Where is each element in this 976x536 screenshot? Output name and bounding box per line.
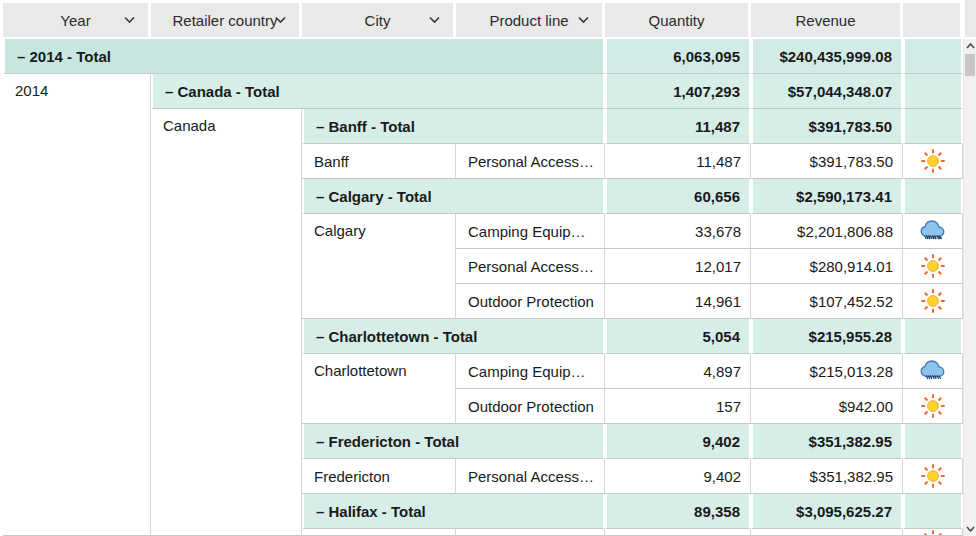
chevron-down-icon[interactable] [429, 17, 440, 24]
city-cell: Charlottetown [302, 354, 456, 424]
total-weather-cell [903, 109, 963, 144]
scroll-up-button[interactable] [964, 39, 976, 53]
quantity-cell: 14,961 [605, 284, 751, 319]
chevron-up-icon [966, 43, 975, 49]
pivot-table-widget: Year Retailer country City Product line … [0, 0, 976, 536]
year-cell: 2014 [3, 74, 151, 536]
chevron-down-icon[interactable] [275, 17, 286, 24]
column-header-product-line[interactable]: Product line [456, 3, 605, 39]
sun-icon [920, 253, 946, 279]
column-header-label: City [365, 12, 391, 29]
revenue-cell: $107,452.52 [751, 284, 903, 319]
total-revenue: $240,435,999.08 [751, 39, 903, 74]
weather-cell [903, 214, 963, 249]
weather-cell [903, 284, 963, 319]
scroll-down-button[interactable] [964, 522, 976, 536]
total-label-2014[interactable]: – 2014 - Total [3, 39, 605, 74]
city-cell [302, 529, 456, 536]
product-line-cell: Personal Access… [456, 459, 605, 494]
quantity-cell [605, 529, 751, 536]
total-weather-cell [903, 424, 963, 459]
total-quantity: 6,063,095 [605, 39, 751, 74]
total-revenue: $215,955.28 [751, 319, 903, 354]
revenue-cell [751, 529, 903, 536]
total-label-charlottetown[interactable]: – Charlottetown - Total [302, 319, 605, 354]
total-weather-cell [903, 179, 963, 214]
total-label-calgary[interactable]: – Calgary - Total [302, 179, 605, 214]
total-quantity: 89,358 [605, 494, 751, 529]
weather-cell [903, 354, 963, 389]
column-header-label: Retailer country [172, 12, 277, 29]
product-line-cell: Personal Access… [456, 144, 605, 179]
revenue-cell: $351,382.95 [751, 459, 903, 494]
revenue-cell: $215,013.28 [751, 354, 903, 389]
quantity-cell: 4,897 [605, 354, 751, 389]
column-header-city[interactable]: City [302, 3, 456, 39]
weather-cell [903, 529, 963, 536]
column-header-label: Product line [489, 12, 568, 29]
vertical-scrollbar[interactable] [963, 0, 976, 536]
quantity-cell: 9,402 [605, 459, 751, 494]
total-quantity: 11,487 [605, 109, 751, 144]
column-header-weather[interactable] [903, 3, 963, 39]
column-header-retailer-country[interactable]: Retailer country [151, 3, 302, 39]
column-header-label: Revenue [795, 12, 855, 29]
product-line-cell: Outdoor Protection [456, 284, 605, 319]
pivot-grid-area: Year Retailer country City Product line … [0, 0, 963, 536]
weather-cell [903, 389, 963, 424]
product-line-cell: Camping Equip… [456, 354, 605, 389]
total-revenue: $391,783.50 [751, 109, 903, 144]
quantity-cell: 11,487 [605, 144, 751, 179]
total-label-canada[interactable]: – Canada - Total [151, 74, 605, 109]
product-line-cell: Camping Equip… [456, 214, 605, 249]
product-line-cell [456, 529, 605, 536]
rain-cloud-icon [918, 218, 948, 244]
sun-icon [920, 393, 946, 419]
city-cell: Banff [302, 144, 456, 179]
column-header-quantity[interactable]: Quantity [605, 3, 751, 39]
sun-icon [920, 529, 946, 536]
weather-cell [903, 144, 963, 179]
quantity-cell: 12,017 [605, 249, 751, 284]
pivot-grid: Year Retailer country City Product line … [3, 3, 963, 536]
sun-icon [920, 148, 946, 174]
rain-cloud-icon [918, 358, 948, 384]
product-line-cell: Outdoor Protection [456, 389, 605, 424]
total-quantity: 1,407,293 [605, 74, 751, 109]
revenue-cell: $391,783.50 [751, 144, 903, 179]
total-label-halifax[interactable]: – Halifax - Total [302, 494, 605, 529]
weather-cell [903, 249, 963, 284]
chevron-down-icon [966, 526, 975, 532]
total-weather-cell [903, 494, 963, 529]
sun-icon [920, 463, 946, 489]
product-line-cell: Personal Access… [456, 249, 605, 284]
revenue-cell: $280,914.01 [751, 249, 903, 284]
sun-icon [920, 288, 946, 314]
total-weather-cell [903, 39, 963, 74]
weather-cell [903, 459, 963, 494]
total-label-fredericton[interactable]: – Fredericton - Total [302, 424, 605, 459]
column-header-label: Year [60, 12, 90, 29]
city-cell: Fredericton [302, 459, 456, 494]
total-weather-cell [903, 74, 963, 109]
total-revenue: $351,382.95 [751, 424, 903, 459]
chevron-down-icon[interactable] [124, 17, 135, 24]
total-quantity: 5,054 [605, 319, 751, 354]
revenue-cell: $2,201,806.88 [751, 214, 903, 249]
chevron-down-icon[interactable] [578, 17, 589, 24]
total-revenue: $57,044,348.07 [751, 74, 903, 109]
total-weather-cell [903, 319, 963, 354]
scrollbar-track[interactable] [963, 39, 976, 536]
column-header-revenue[interactable]: Revenue [751, 3, 903, 39]
total-label-banff[interactable]: – Banff - Total [302, 109, 605, 144]
city-cell: Calgary [302, 214, 456, 319]
column-header-year[interactable]: Year [3, 3, 151, 39]
scrollbar-header-cap [963, 0, 976, 39]
total-quantity: 9,402 [605, 424, 751, 459]
country-cell: Canada [151, 109, 302, 536]
revenue-cell: $942.00 [751, 389, 903, 424]
quantity-cell: 33,678 [605, 214, 751, 249]
scrollbar-thumb[interactable] [965, 54, 975, 76]
quantity-cell: 157 [605, 389, 751, 424]
total-revenue: $2,590,173.41 [751, 179, 903, 214]
